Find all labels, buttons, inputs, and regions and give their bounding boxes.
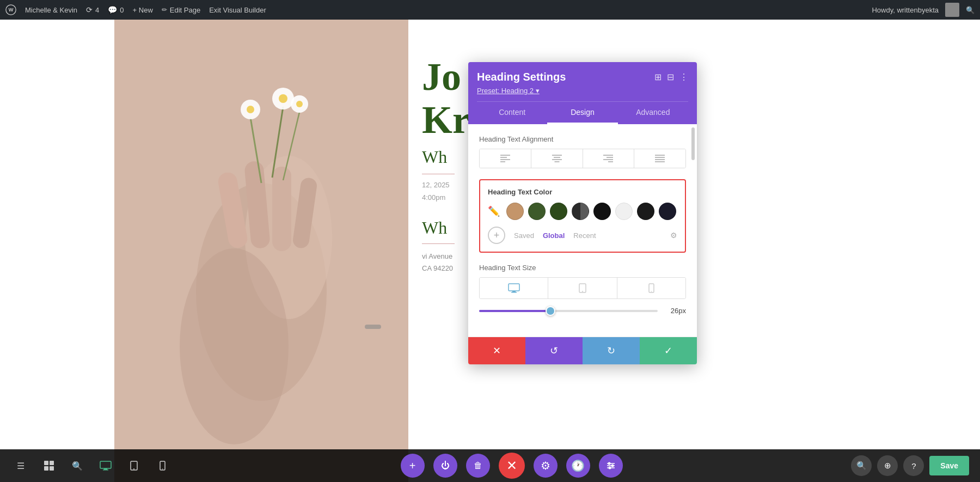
menu-tool-btn[interactable]: ☰ xyxy=(11,456,30,475)
search-circle-btn[interactable]: 🔍 xyxy=(851,455,872,476)
color-swatch-dark-green[interactable] xyxy=(550,203,567,220)
columns-icon[interactable]: ⊟ xyxy=(667,72,674,82)
hands-background xyxy=(114,20,408,482)
close-builder-btn[interactable]: ✕ xyxy=(499,453,525,479)
desktop-view-btn[interactable] xyxy=(96,456,115,475)
svg-rect-32 xyxy=(655,155,665,156)
color-tab-recent[interactable]: Recent xyxy=(573,231,596,240)
tab-advanced[interactable]: Advanced xyxy=(618,102,688,124)
redo-button[interactable]: ↻ xyxy=(583,337,640,364)
svg-rect-27 xyxy=(554,161,559,162)
trash-btn[interactable]: 🗑 xyxy=(466,454,490,478)
comments[interactable]: 💬 0 xyxy=(108,5,124,14)
svg-rect-48 xyxy=(104,468,107,469)
svg-rect-21 xyxy=(500,157,507,158)
tab-design[interactable]: Design xyxy=(547,102,617,124)
color-tab-saved[interactable]: Saved xyxy=(514,231,534,240)
expand-icon[interactable]: ⊞ xyxy=(654,72,661,82)
color-swatch-olive[interactable] xyxy=(528,203,546,220)
size-slider-row: 26px xyxy=(479,307,686,315)
device-desktop-btn[interactable] xyxy=(480,278,548,298)
align-left-btn[interactable] xyxy=(480,149,531,168)
page-divider1 xyxy=(422,174,455,174)
tablet-icon xyxy=(579,283,586,293)
mobile-icon xyxy=(648,283,654,293)
scrollbar-thumb[interactable] xyxy=(691,127,695,160)
admin-search-icon[interactable]: 🔍 xyxy=(966,6,975,14)
svg-rect-33 xyxy=(655,157,665,158)
heading-color-section: Heading Text Color ✏️ xyxy=(479,179,686,253)
svg-rect-34 xyxy=(655,159,665,160)
align-justify-btn[interactable] xyxy=(634,149,685,168)
panel-header: Heading Settings ⊞ ⊟ ⋮ Preset: Heading 2… xyxy=(468,62,697,124)
align-center-btn[interactable] xyxy=(531,149,583,168)
svg-point-18 xyxy=(296,101,303,107)
panel-scrollbar[interactable] xyxy=(691,127,695,332)
search-tool-btn[interactable]: 🔍 xyxy=(68,456,87,475)
wp-logo-item[interactable]: W xyxy=(5,4,16,15)
svg-point-17 xyxy=(279,94,287,103)
color-tab-global[interactable]: Global xyxy=(543,231,565,240)
help-circle-btn[interactable]: ? xyxy=(903,455,924,476)
svg-rect-23 xyxy=(500,161,505,162)
site-name[interactable]: Michelle & Kevin xyxy=(25,6,77,14)
color-swatch-split[interactable] xyxy=(572,203,589,220)
svg-point-59 xyxy=(608,467,611,469)
svg-rect-49 xyxy=(103,469,108,471)
slider-thumb[interactable] xyxy=(546,306,555,316)
svg-point-57 xyxy=(608,462,610,465)
modules-tool-btn[interactable] xyxy=(39,456,59,475)
page-canvas: Jo Kr Wh 12, 2025 4:00pm Wh vi Avenue CA… xyxy=(0,20,980,482)
color-swatch-tan[interactable] xyxy=(506,203,524,220)
size-slider[interactable] xyxy=(479,310,658,312)
mobile-view-btn[interactable] xyxy=(152,456,172,475)
align-right-btn[interactable] xyxy=(583,149,635,168)
confirm-button[interactable]: ✓ xyxy=(640,337,697,364)
size-label: Heading Text Size xyxy=(479,264,686,272)
color-gear-icon[interactable]: ⚙ xyxy=(670,231,677,240)
more-icon[interactable]: ⋮ xyxy=(679,72,688,82)
svg-point-51 xyxy=(133,468,134,469)
panel-footer: ✕ ↺ ↻ ✓ xyxy=(468,337,697,364)
svg-rect-46 xyxy=(50,466,54,471)
color-swatch-black[interactable] xyxy=(593,203,611,220)
svg-rect-37 xyxy=(512,291,516,292)
settings-btn[interactable]: ⚙ xyxy=(534,454,558,478)
panel-preset[interactable]: Preset: Heading 2 ▾ xyxy=(477,87,688,95)
revisions[interactable]: ⟳ 4 xyxy=(86,5,99,14)
svg-rect-44 xyxy=(50,461,54,465)
color-swatch-dark2[interactable] xyxy=(659,203,676,220)
device-tablet-btn[interactable] xyxy=(548,278,617,298)
cancel-button[interactable]: ✕ xyxy=(468,337,525,364)
history-btn[interactable]: 🕐 xyxy=(566,454,590,478)
exit-builder-button[interactable]: Exit Visual Builder xyxy=(209,6,266,14)
device-mobile-btn[interactable] xyxy=(617,278,685,298)
save-button[interactable]: Save xyxy=(929,456,969,475)
color-add-button[interactable]: + xyxy=(488,227,505,244)
avatar[interactable] xyxy=(945,3,959,17)
slider-track xyxy=(479,310,550,312)
svg-rect-28 xyxy=(603,155,613,156)
panel-header-icons: ⊞ ⊟ ⋮ xyxy=(654,72,688,82)
svg-text:W: W xyxy=(9,7,14,13)
svg-rect-29 xyxy=(607,157,613,158)
main-content: Jo Kr Wh 12, 2025 4:00pm Wh vi Avenue CA… xyxy=(0,20,980,482)
color-swatch-dark1[interactable] xyxy=(637,203,654,220)
svg-rect-45 xyxy=(44,466,48,471)
tablet-view-btn[interactable] xyxy=(124,456,144,475)
sliders-btn[interactable] xyxy=(599,454,623,478)
new-button[interactable]: + New xyxy=(133,6,153,14)
layers-circle-btn[interactable]: ⊕ xyxy=(877,455,898,476)
alignment-options xyxy=(479,149,686,168)
undo-button[interactable]: ↺ xyxy=(525,337,583,364)
add-module-btn[interactable]: + xyxy=(401,454,425,478)
hands-illustration xyxy=(114,20,408,482)
tablet-view-icon xyxy=(130,461,138,471)
color-picker-icon[interactable]: ✏️ xyxy=(488,205,500,217)
color-swatch-white[interactable] xyxy=(615,203,633,220)
svg-point-53 xyxy=(162,468,163,469)
tab-content[interactable]: Content xyxy=(477,102,547,124)
edit-page-button[interactable]: ✏ Edit Page xyxy=(162,6,200,14)
svg-point-5 xyxy=(180,248,289,444)
power-btn[interactable]: ⏻ xyxy=(433,454,457,478)
